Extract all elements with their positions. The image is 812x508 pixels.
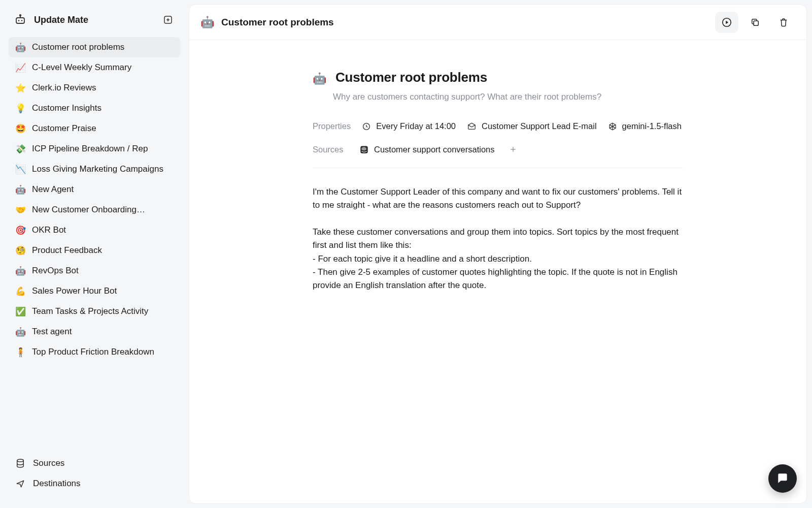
agent-label: Customer Praise: [32, 123, 96, 134]
run-button[interactable]: [715, 12, 738, 33]
help-chat-button[interactable]: [768, 464, 797, 493]
model-text: gemini-1.5-flash: [622, 121, 682, 131]
agent-emoji: 📉: [15, 164, 26, 175]
source-item[interactable]: Customer support conversations: [359, 145, 495, 154]
agent-emoji: 🤖: [15, 42, 26, 53]
send-icon: [15, 479, 26, 489]
sources-nav[interactable]: Sources: [10, 453, 179, 473]
document: 🤖 Customer root problems Why are custome…: [302, 70, 693, 293]
svg-point-2: [21, 20, 23, 21]
database-icon: [15, 458, 26, 468]
agent-label: New Customer Onboarding…: [32, 205, 145, 215]
trash-icon: [779, 17, 789, 27]
doc-header: 🤖 Customer root problems: [313, 70, 683, 88]
agent-label: Clerk.io Reviews: [32, 83, 96, 93]
svg-rect-15: [364, 147, 365, 150]
svg-rect-13: [362, 147, 362, 150]
agent-emoji: 💡: [15, 103, 26, 114]
doc-subtitle[interactable]: Why are customers contacting support? Wh…: [333, 92, 683, 102]
agent-emoji: 🤩: [15, 123, 26, 134]
destination-text: Customer Support Lead E-mail: [482, 121, 597, 131]
content: 🤖 Customer root problems Why are custome…: [189, 40, 806, 503]
sources-row: Sources Customer su: [313, 142, 683, 156]
schedule-property[interactable]: Every Friday at 14:00: [362, 121, 456, 131]
agent-emoji: 🤖: [15, 184, 26, 195]
svg-rect-14: [363, 147, 363, 150]
agent-emoji: 💸: [15, 144, 26, 154]
agent-label: C-Level Weekly Summary: [32, 62, 131, 73]
agent-label: New Agent: [32, 184, 74, 195]
sidebar-agent-item[interactable]: 🎯OKR Bot: [9, 220, 180, 240]
add-source-button[interactable]: [506, 142, 520, 156]
sidebar-agent-item[interactable]: 🤩Customer Praise: [9, 118, 180, 139]
main-card: 🤖 Customer root problems: [189, 4, 807, 504]
destinations-nav[interactable]: Destinations: [10, 473, 179, 494]
agent-label: RevOps Bot: [32, 266, 79, 276]
chat-icon: [776, 472, 789, 485]
doc-title-topbar: Customer root problems: [221, 17, 715, 28]
sidebar-agent-item[interactable]: 💡Customer Insights: [9, 98, 180, 118]
sources-nav-label: Sources: [33, 458, 64, 468]
destinations-nav-label: Destinations: [33, 479, 81, 489]
sidebar-agent-item[interactable]: 📈C-Level Weekly Summary: [9, 57, 180, 78]
clock-icon: [362, 122, 371, 131]
app-title: Update Mate: [34, 15, 161, 25]
agent-label: Customer Insights: [32, 103, 101, 113]
sources-label: Sources: [313, 145, 348, 154]
sidebar-agent-item[interactable]: 🤖Test agent: [9, 322, 180, 342]
agent-emoji: 🤖: [15, 266, 26, 276]
doc-title-heading[interactable]: Customer root problems: [335, 70, 487, 85]
agent-emoji: 🧍: [15, 347, 26, 358]
svg-rect-10: [754, 21, 758, 25]
agent-emoji: 🤝: [15, 205, 26, 215]
sidebar-header: Update Mate: [8, 8, 181, 36]
sidebar-agent-item[interactable]: ⭐Clerk.io Reviews: [9, 78, 180, 98]
prompt-body[interactable]: I'm the Customer Support Leader of this …: [313, 185, 683, 293]
doc-emoji-small: 🤖: [200, 16, 214, 29]
svg-rect-16: [365, 147, 366, 150]
agent-emoji: 🤖: [15, 327, 26, 337]
properties-row: Properties Every Friday at 14:00: [313, 121, 683, 131]
sidebar-agent-item[interactable]: 🤝New Customer Onboarding…: [9, 200, 180, 220]
agent-emoji: 💪: [15, 286, 26, 297]
agent-label: Customer root problems: [32, 42, 124, 52]
agent-emoji: 📈: [15, 62, 26, 73]
agent-label: Product Feedback: [32, 245, 102, 256]
sidebar: Update Mate 🤖Customer root problems📈C-Le…: [0, 0, 189, 508]
svg-rect-0: [16, 18, 24, 23]
main: 🤖 Customer root problems: [189, 0, 812, 508]
sidebar-agent-item[interactable]: 💸ICP Pipeline Breakdown / Rep: [9, 139, 180, 159]
svg-point-1: [18, 20, 20, 21]
svg-point-8: [17, 459, 24, 462]
copy-icon: [750, 17, 760, 27]
agent-label: Team Tasks & Projects Activity: [32, 306, 148, 316]
play-icon: [721, 17, 732, 28]
sidebar-agent-item[interactable]: 🤖Customer root problems: [9, 37, 180, 57]
sidebar-agent-item[interactable]: 🤖RevOps Bot: [9, 261, 180, 281]
sidebar-agent-item[interactable]: ✅Team Tasks & Projects Activity: [9, 301, 180, 322]
svg-point-4: [20, 15, 21, 16]
model-property[interactable]: gemini-1.5-flash: [608, 121, 682, 131]
destination-property[interactable]: Customer Support Lead E-mail: [467, 121, 597, 131]
intercom-icon: [359, 145, 369, 154]
schedule-text: Every Friday at 14:00: [376, 121, 456, 131]
source-text: Customer support conversations: [374, 145, 495, 154]
topbar: 🤖 Customer root problems: [189, 5, 806, 40]
agent-emoji: ✅: [15, 306, 26, 317]
sidebar-agent-item[interactable]: 🧍Top Product Friction Breakdown: [9, 342, 180, 362]
duplicate-button[interactable]: [743, 12, 767, 33]
new-agent-button[interactable]: [161, 13, 175, 27]
sidebar-agent-item[interactable]: 🧐Product Feedback: [9, 240, 180, 261]
delete-button[interactable]: [772, 12, 795, 33]
doc-emoji[interactable]: 🤖: [313, 70, 326, 88]
agent-label: Sales Power Hour Bot: [32, 286, 117, 296]
mail-icon: [467, 121, 477, 131]
sidebar-agent-item[interactable]: 💪Sales Power Hour Bot: [9, 281, 180, 301]
divider: [313, 168, 683, 168]
sidebar-agent-item[interactable]: 🤖New Agent: [9, 179, 180, 200]
agent-list: 🤖Customer root problems📈C-Level Weekly S…: [8, 36, 181, 449]
sidebar-footer: Sources Destinations: [8, 449, 181, 503]
model-icon: [608, 122, 617, 131]
sidebar-agent-item[interactable]: 📉Loss Giving Marketing Campaigns: [9, 159, 180, 179]
properties-label: Properties: [313, 121, 351, 131]
